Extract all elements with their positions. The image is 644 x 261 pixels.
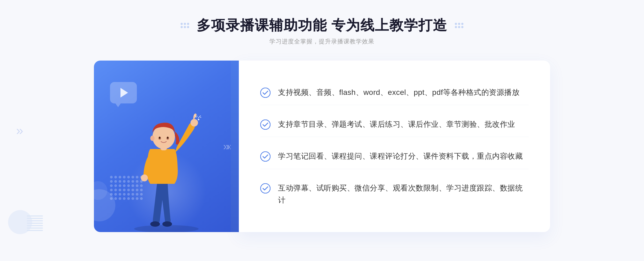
feature-item-1: 支持视频、音频、flash、word、excel、ppt、pdf等各种格式的资源… [260,80,529,105]
illustration-panel: »» [94,61,239,232]
page-wrapper: » 多项录播课辅助功能 专为线上教学打造 学习进度全掌握，提升录播课教学效果 [0,0,644,261]
svg-point-11 [150,136,155,141]
features-panel: 支持视频、音频、flash、word、excel、ppt、pdf等各种格式的资源… [239,61,550,232]
deco-lines-left [27,215,43,240]
svg-point-3 [191,119,198,126]
person-figure [115,82,217,232]
header-deco-right [455,23,463,28]
check-icon-3 [260,151,270,162]
svg-point-14 [196,116,197,117]
svg-point-2 [162,221,172,227]
svg-point-9 [159,137,160,139]
feature-text-1: 支持视频、音频、flash、word、excel、ppt、pdf等各种格式的资源… [278,87,519,99]
header: 多项录播课辅助功能 专为线上教学打造 学习进度全掌握，提升录播课教学效果 [181,16,463,46]
accent-bar [231,61,239,232]
illus-chevron-icon: »» [223,140,231,152]
feature-item-3: 学习笔记回看、课程提问、课程评论打分、课件资料下载，重点内容收藏 [260,144,529,169]
svg-point-18 [261,120,270,129]
feature-item-2: 支持章节目录、弹题考试、课后练习、课后作业、章节测验、批改作业 [260,112,529,137]
svg-point-10 [167,137,169,139]
page-title: 多项录播课辅助功能 专为线上教学打造 [197,16,447,35]
feature-item-4: 互动弹幕、试听购买、微信分享、观看次数限制、学习进度跟踪、数据统计 [260,176,529,213]
page-deco-left: » [16,124,20,137]
svg-point-20 [261,184,270,193]
main-content: »» 支持视频、音频、flash、word、excel、ppt、pdf等各种格式… [94,61,550,232]
check-icon-1 [260,88,270,98]
feature-text-4: 互动弹幕、试听购买、微信分享、观看次数限制、学习进度跟踪、数据统计 [278,182,529,206]
header-deco-left [181,23,189,28]
svg-line-15 [198,115,201,118]
svg-point-13 [200,117,201,118]
svg-point-1 [150,221,160,227]
svg-point-19 [261,152,270,161]
chevron-left-icon: » [16,124,20,137]
page-subtitle: 学习进度全掌握，提升录播课教学效果 [269,38,374,46]
svg-point-17 [261,88,270,98]
check-icon-2 [260,120,270,130]
header-title-row: 多项录播课辅助功能 专为线上教学打造 [181,16,463,35]
svg-point-12 [198,119,199,120]
check-icon-4 [260,183,270,193]
svg-point-4 [141,174,148,181]
feature-text-3: 学习笔记回看、课程提问、课程评论打分、课件资料下载，重点内容收藏 [278,150,523,162]
feature-text-2: 支持章节目录、弹题考试、课后练习、课后作业、章节测验、批改作业 [278,118,515,130]
